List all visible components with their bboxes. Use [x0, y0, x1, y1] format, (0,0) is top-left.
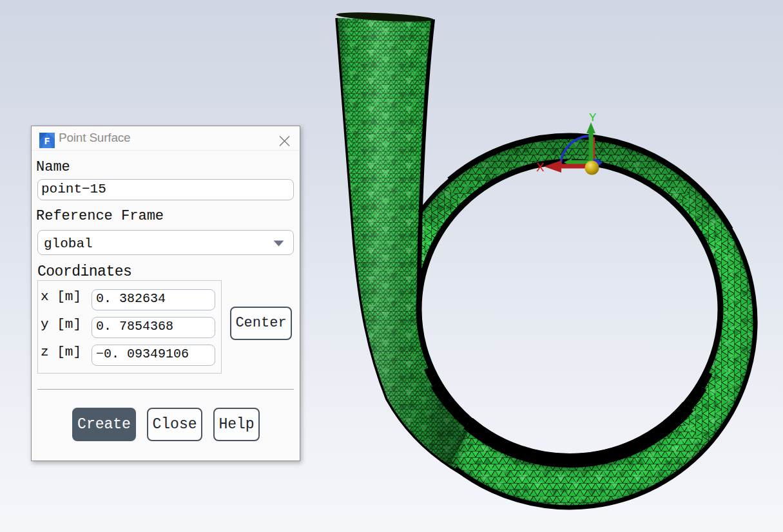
svg-text:Y: Y	[589, 111, 596, 124]
svg-text:X: X	[536, 160, 545, 174]
svg-text:F: F	[44, 137, 50, 147]
